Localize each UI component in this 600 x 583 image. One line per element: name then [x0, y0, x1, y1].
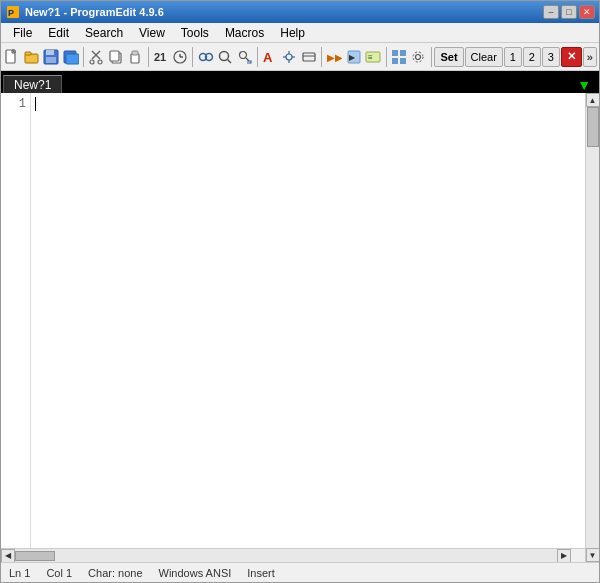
svg-rect-15 — [110, 51, 119, 61]
highlight-button[interactable]: A — [261, 46, 280, 68]
tool2-button[interactable] — [300, 46, 319, 68]
close-button[interactable]: ✕ — [579, 5, 595, 19]
sep6 — [386, 47, 387, 67]
line-number-1: 1 — [5, 97, 26, 111]
h-scroll-track[interactable] — [15, 549, 557, 563]
find-button[interactable] — [216, 46, 235, 68]
editor-area[interactable] — [31, 93, 585, 548]
svg-rect-44 — [392, 58, 398, 64]
num2-button[interactable]: 2 — [523, 47, 541, 67]
menu-macros[interactable]: Macros — [217, 24, 272, 42]
settings-button[interactable] — [409, 46, 428, 68]
save-all-button[interactable] — [62, 46, 81, 68]
format-button[interactable]: 21 — [151, 46, 170, 68]
svg-rect-9 — [66, 54, 79, 64]
status-col: Col 1 — [46, 567, 72, 579]
v-scroll-track[interactable] — [586, 107, 600, 548]
search-binocular-button[interactable] — [196, 46, 215, 68]
svg-rect-35 — [303, 53, 315, 61]
grid-button[interactable] — [390, 46, 409, 68]
svg-point-13 — [98, 60, 102, 64]
set-button[interactable]: Set — [434, 47, 463, 67]
svg-point-30 — [286, 54, 292, 60]
line-numbers: 1 — [1, 93, 31, 548]
status-char: Char: none — [88, 567, 142, 579]
window-title: New?1 - ProgramEdit 4.9.6 — [25, 6, 543, 18]
tab-bar: New?1 ▼ — [1, 71, 599, 93]
expand-toolbar-button[interactable]: » — [583, 47, 597, 67]
menu-file[interactable]: File — [5, 24, 40, 42]
menu-view[interactable]: View — [131, 24, 173, 42]
new-button[interactable] — [3, 46, 22, 68]
num3-button[interactable]: 3 — [542, 47, 560, 67]
svg-point-25 — [220, 51, 229, 60]
status-encoding: Windows ANSI — [159, 567, 232, 579]
svg-rect-4 — [25, 52, 31, 55]
paste-button[interactable] — [126, 46, 145, 68]
title-bar: P New?1 - ProgramEdit 4.9.6 – □ ✕ — [1, 1, 599, 23]
open-button[interactable] — [23, 46, 42, 68]
sep3 — [192, 47, 193, 67]
sep2 — [148, 47, 149, 67]
num1-button[interactable]: 1 — [504, 47, 522, 67]
toolbar: 21 A ▶▶ — [1, 43, 599, 71]
sep7 — [431, 47, 432, 67]
svg-rect-17 — [132, 51, 138, 55]
status-ln: Ln 1 — [9, 567, 30, 579]
sep1 — [83, 47, 84, 67]
svg-text:P: P — [8, 8, 14, 18]
horizontal-scrollbar: ◀ ▶ — [1, 548, 585, 562]
tab-label: New?1 — [14, 78, 51, 92]
scroll-right-button[interactable]: ▶ — [557, 549, 571, 563]
editor-container: 1 — [1, 93, 585, 548]
run2-button[interactable]: ▶ — [345, 46, 364, 68]
svg-point-47 — [413, 52, 423, 62]
restore-button[interactable]: □ — [561, 5, 577, 19]
menu-search[interactable]: Search — [77, 24, 131, 42]
scroll-down-button[interactable]: ▼ — [586, 548, 600, 562]
svg-line-26 — [228, 59, 232, 63]
menu-bar: File Edit Search View Tools Macros Help — [1, 23, 599, 43]
svg-point-27 — [239, 51, 246, 58]
save-button[interactable] — [42, 46, 61, 68]
svg-text:A: A — [263, 50, 273, 65]
download-icon[interactable]: ▼ — [571, 77, 597, 93]
cut-button[interactable] — [87, 46, 106, 68]
scroll-up-button[interactable]: ▲ — [586, 93, 600, 107]
bookmark-clear-button[interactable]: ✕ — [561, 47, 582, 67]
svg-rect-43 — [400, 50, 406, 56]
menu-edit[interactable]: Edit — [40, 24, 77, 42]
v-scroll-thumb[interactable] — [587, 107, 599, 147]
text-cursor — [35, 97, 36, 111]
sep4 — [257, 47, 258, 67]
status-mode: Insert — [247, 567, 275, 579]
svg-point-46 — [416, 54, 421, 59]
tab-new1[interactable]: New?1 — [3, 75, 62, 93]
svg-rect-24 — [205, 56, 206, 58]
h-scroll-thumb[interactable] — [15, 551, 55, 561]
svg-text:≡: ≡ — [368, 53, 373, 62]
vertical-scrollbar: ▲ ▼ — [585, 93, 599, 562]
tool1-button[interactable] — [280, 46, 299, 68]
svg-text:21: 21 — [154, 51, 166, 63]
menu-tools[interactable]: Tools — [173, 24, 217, 42]
svg-point-12 — [90, 60, 94, 64]
svg-rect-42 — [392, 50, 398, 56]
scroll-left-button[interactable]: ◀ — [1, 549, 15, 563]
replace-button[interactable] — [235, 46, 254, 68]
svg-rect-45 — [400, 58, 406, 64]
app-icon: P — [5, 4, 21, 20]
time-button[interactable] — [171, 46, 190, 68]
svg-text:▶▶: ▶▶ — [327, 52, 342, 63]
svg-text:▶: ▶ — [349, 53, 356, 62]
run3-button[interactable]: ≡ — [364, 46, 383, 68]
copy-button[interactable] — [106, 46, 125, 68]
status-bar: Ln 1 Col 1 Char: none Windows ANSI Inser… — [1, 562, 599, 582]
menu-help[interactable]: Help — [272, 24, 313, 42]
sep5 — [321, 47, 322, 67]
clear-button[interactable]: Clear — [465, 47, 503, 67]
scroll-corner — [571, 549, 585, 563]
svg-rect-6 — [46, 50, 54, 55]
minimize-button[interactable]: – — [543, 5, 559, 19]
run1-button[interactable]: ▶▶ — [325, 46, 344, 68]
